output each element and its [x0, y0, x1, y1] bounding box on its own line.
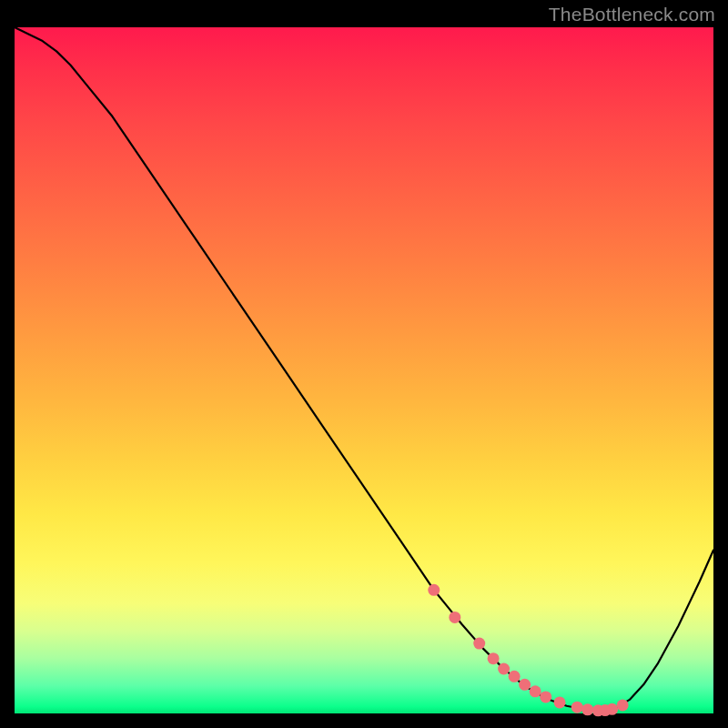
- chart-frame: TheBottleneck.com: [0, 0, 728, 728]
- marker-dot: [473, 638, 485, 650]
- marker-dot: [530, 685, 541, 697]
- marker-dot: [428, 584, 440, 596]
- marker-dot: [509, 671, 521, 682]
- marker-dot: [519, 679, 531, 691]
- marker-dot: [571, 702, 583, 713]
- marker-dot: [581, 703, 593, 715]
- marker-dot: [617, 699, 629, 711]
- marker-dot: [554, 696, 566, 708]
- chart-svg: [15, 27, 713, 713]
- marker-dot: [606, 703, 618, 715]
- marker-dot: [488, 652, 500, 664]
- marker-dot: [498, 662, 510, 674]
- curve-path: [15, 27, 713, 711]
- flat-region-markers: [428, 584, 628, 717]
- plot-area: [15, 27, 713, 713]
- marker-dot: [540, 691, 551, 703]
- watermark-text: TheBottleneck.com: [549, 4, 715, 25]
- marker-dot: [449, 612, 460, 623]
